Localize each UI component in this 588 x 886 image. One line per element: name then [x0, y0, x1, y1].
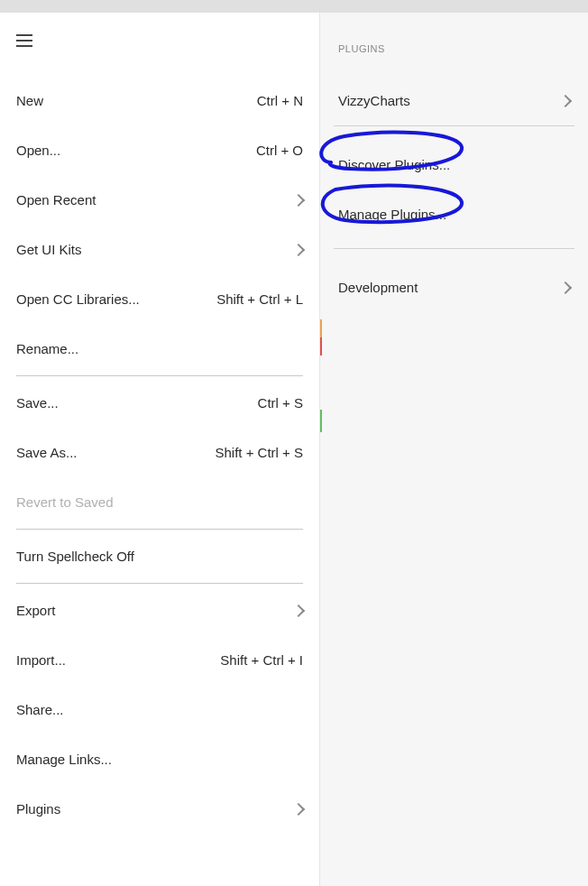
- menu-shortcut: Ctrl + O: [256, 143, 303, 158]
- menu-label: Manage Links...: [16, 752, 112, 767]
- menu-open-cc-libraries[interactable]: Open CC Libraries... Shift + Ctrl + L: [16, 274, 303, 324]
- menu-open[interactable]: Open... Ctrl + O: [16, 125, 303, 175]
- color-indicator: [320, 337, 322, 355]
- plugins-panel: PLUGINS VizzyCharts Discover Plugins... …: [320, 13, 588, 886]
- plugin-label: VizzyCharts: [338, 93, 410, 108]
- plugin-discover[interactable]: Discover Plugins...: [320, 140, 588, 189]
- menu-import[interactable]: Import... Shift + Ctrl + I: [16, 635, 303, 685]
- menu-label: Rename...: [16, 341, 78, 356]
- menu-share[interactable]: Share...: [16, 685, 303, 734]
- color-indicator: [320, 410, 322, 432]
- menu-new[interactable]: New Ctrl + N: [16, 76, 303, 125]
- main-container: New Ctrl + N Open... Ctrl + O Open Recen…: [0, 13, 588, 886]
- menu-divider: [16, 583, 303, 584]
- menu-label: Save As...: [16, 445, 78, 460]
- menu-revert-to-saved: Revert to Saved: [16, 477, 303, 527]
- menu-label: Turn Spellcheck Off: [16, 549, 134, 564]
- window-topbar: [0, 0, 588, 13]
- menu-plugins[interactable]: Plugins: [16, 784, 303, 834]
- menu-save[interactable]: Save... Ctrl + S: [16, 378, 303, 428]
- menu-shortcut: Ctrl + N: [257, 93, 303, 108]
- chevron-right-icon: [559, 94, 572, 106]
- plugins-header: PLUGINS: [320, 13, 588, 76]
- menu-label: Open...: [16, 143, 60, 158]
- menu-label: Open CC Libraries...: [16, 291, 140, 307]
- menu-label: Share...: [16, 702, 64, 717]
- menu-label: Plugins: [16, 801, 60, 817]
- plugin-label: Development: [338, 280, 418, 295]
- chevron-right-icon: [292, 243, 305, 255]
- menu-divider: [16, 529, 303, 530]
- plugin-label: Manage Plugins...: [338, 207, 446, 222]
- file-menu: New Ctrl + N Open... Ctrl + O Open Recen…: [0, 76, 319, 834]
- chevron-right-icon: [292, 604, 305, 616]
- menu-label: Get UI Kits: [16, 242, 82, 257]
- menu-label: Open Recent: [16, 192, 96, 208]
- menu-shortcut: Ctrl + S: [258, 395, 303, 411]
- menu-shortcut: Shift + Ctrl + S: [215, 445, 303, 460]
- menu-get-ui-kits[interactable]: Get UI Kits: [16, 225, 303, 274]
- chevron-right-icon: [559, 281, 572, 293]
- file-menu-panel: New Ctrl + N Open... Ctrl + O Open Recen…: [0, 13, 320, 886]
- chevron-right-icon: [292, 802, 305, 815]
- menu-label: Import...: [16, 652, 66, 668]
- color-indicator: [320, 319, 322, 337]
- menu-label: Revert to Saved: [16, 494, 114, 510]
- plugin-manage[interactable]: Manage Plugins...: [320, 189, 588, 239]
- menu-label: Export: [16, 603, 55, 618]
- menu-save-as[interactable]: Save As... Shift + Ctrl + S: [16, 428, 303, 477]
- menu-divider: [16, 375, 303, 376]
- menu-shortcut: Shift + Ctrl + L: [216, 291, 303, 307]
- menu-shortcut: Shift + Ctrl + I: [220, 652, 303, 668]
- menu-rename[interactable]: Rename...: [16, 324, 303, 374]
- menu-turn-spellcheck-off[interactable]: Turn Spellcheck Off: [16, 531, 303, 581]
- menu-export[interactable]: Export: [16, 586, 303, 635]
- hamburger-icon[interactable]: [16, 31, 32, 51]
- menu-label: Save...: [16, 395, 59, 411]
- plugin-vizzycharts[interactable]: VizzyCharts: [320, 76, 588, 125]
- menu-manage-links[interactable]: Manage Links...: [16, 734, 303, 784]
- menu-open-recent[interactable]: Open Recent: [16, 175, 303, 225]
- plugin-development[interactable]: Development: [320, 263, 588, 312]
- plugin-label: Discover Plugins...: [338, 157, 450, 172]
- chevron-right-icon: [292, 193, 305, 206]
- menu-label: New: [16, 93, 43, 108]
